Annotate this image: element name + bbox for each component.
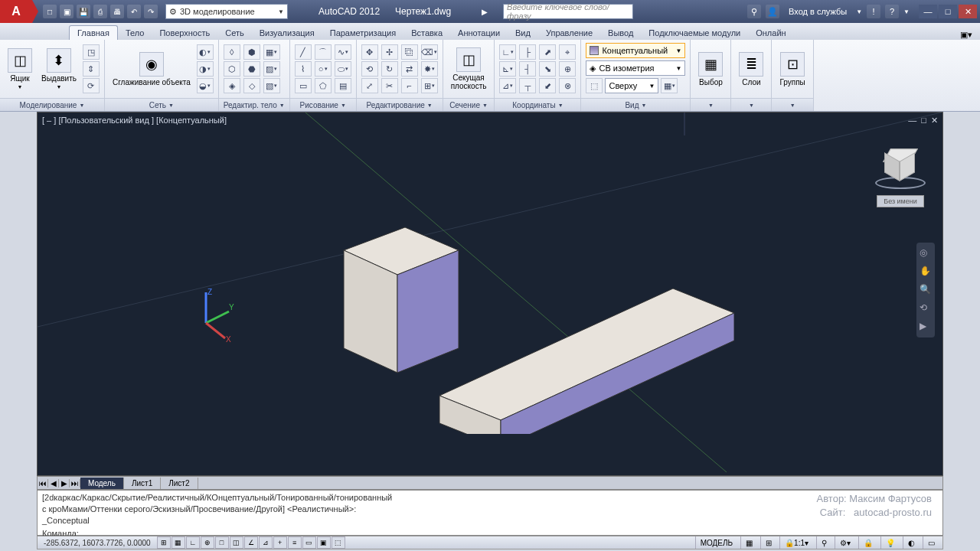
status-ws-icon[interactable]: ⚙▾ <box>835 536 855 549</box>
ribbon-camera-icon[interactable]: ▣▾ <box>960 30 972 40</box>
tab-plugins[interactable]: Подключаемые модули <box>641 26 748 40</box>
extrude-button[interactable]: ⬍ Выдавить ▼ <box>38 47 80 91</box>
status-isolate-icon[interactable]: ◐ <box>903 536 920 549</box>
arc-icon[interactable]: ⌒ <box>315 44 332 60</box>
viewcube[interactable]: Без имени <box>874 148 927 209</box>
viewcube-label[interactable]: Без имени <box>877 195 924 207</box>
panel-title-draw[interactable]: Рисование▼ <box>290 98 356 111</box>
tab-view[interactable]: Вид <box>508 26 538 40</box>
section-plane-button[interactable]: ◫ Секущаяплоскость <box>448 46 490 92</box>
panel-title-modify[interactable]: Редактирование▼ <box>357 98 443 111</box>
tab-home[interactable]: Главная <box>69 25 118 40</box>
tab-solid[interactable]: Тело <box>118 26 152 40</box>
ucs2-icon[interactable]: ⊾ <box>499 61 516 77</box>
spline-icon[interactable]: ∿ <box>335 44 351 60</box>
smooth-button[interactable]: ◉ Сглаживание объекта <box>109 51 194 88</box>
rect-icon[interactable]: ▭ <box>295 78 312 93</box>
panel-title-modeling[interactable]: Моделирование▼ <box>0 98 104 111</box>
ucs10-icon[interactable]: ⌖ <box>559 44 576 60</box>
panel-title-layers[interactable]: ▼ <box>731 98 771 111</box>
array-icon[interactable]: ⊞ <box>421 78 438 93</box>
mesh-refine-icon[interactable]: ◒ <box>197 78 214 93</box>
tab-insert[interactable]: Вставка <box>403 26 450 40</box>
scale3d-icon[interactable]: ⤢ <box>361 78 378 93</box>
ucs1-icon[interactable]: ∟ <box>499 44 516 60</box>
panel-title-groups[interactable]: ▼ <box>772 98 812 111</box>
panel-title-mesh[interactable]: Сеть▼ <box>105 98 218 111</box>
nav-orbit-icon[interactable]: ⟲ <box>920 302 932 315</box>
ucs5-icon[interactable]: ┤ <box>519 61 536 77</box>
ucs7-icon[interactable]: ⬈ <box>539 44 556 60</box>
tab-manage[interactable]: Управление <box>538 26 600 40</box>
ellipse-icon[interactable]: ⬭ <box>335 61 351 77</box>
pline-icon[interactable]: ⌇ <box>295 61 312 77</box>
layout-tab-model[interactable]: Модель <box>80 478 124 489</box>
tab-render[interactable]: Визуализация <box>252 26 322 40</box>
sb-snap-icon[interactable]: ⊞ <box>157 536 171 549</box>
move3d-icon[interactable]: ✥ <box>361 44 378 60</box>
se2-icon[interactable]: ⬡ <box>224 61 240 77</box>
status-space[interactable]: МОДЕЛЬ <box>695 536 737 549</box>
line-icon[interactable]: ╱ <box>295 44 312 60</box>
panel-title-view[interactable]: Вид▼ <box>581 98 690 111</box>
layout-last-icon[interactable]: ⏭ <box>70 479 80 487</box>
status-quickview-icon[interactable]: ⊞ <box>760 536 776 549</box>
sb-grid-icon[interactable]: ▦ <box>172 536 185 549</box>
tab-online[interactable]: Онлайн <box>748 26 793 40</box>
exchange-icon[interactable]: ! <box>867 5 880 18</box>
ucs6-icon[interactable]: ┬ <box>519 78 536 93</box>
rot3d-icon[interactable]: ⟲ <box>361 61 378 77</box>
sb-tpy-icon[interactable]: ▭ <box>302 536 316 549</box>
status-annoscale-icon[interactable]: ⚲ <box>816 536 831 549</box>
se6-icon[interactable]: ◇ <box>243 78 260 93</box>
viewcube-cube-icon[interactable] <box>881 148 920 181</box>
view-iso-dropdown[interactable]: ◈ СВ изометрия ▼ <box>586 60 685 76</box>
sb-dyn-icon[interactable]: + <box>273 536 287 549</box>
status-lock-icon[interactable]: 🔒 <box>858 536 877 549</box>
sb-ducs-icon[interactable]: ⊿ <box>259 536 273 549</box>
help-icon[interactable]: ? <box>885 5 899 18</box>
ucs9-icon[interactable]: ⬋ <box>539 78 556 93</box>
rotate-icon[interactable]: ↻ <box>381 61 398 77</box>
signin-button[interactable]: Вход в службы <box>784 7 851 16</box>
tab-annotate[interactable]: Аннотации <box>450 26 508 40</box>
chevron-down-icon[interactable]: ▼ <box>903 8 910 15</box>
se9-icon[interactable]: ▧ <box>263 78 280 93</box>
se1-icon[interactable]: ◊ <box>224 44 240 60</box>
panel-title-coords[interactable]: Координаты▼ <box>495 98 580 111</box>
poly-icon[interactable]: ⬠ <box>315 78 332 93</box>
maximize-button[interactable]: □ <box>939 5 957 18</box>
se3-icon[interactable]: ◈ <box>224 78 240 93</box>
chevron-down-icon[interactable]: ▼ <box>856 8 862 15</box>
tab-output[interactable]: Вывод <box>600 26 641 40</box>
ucs11-icon[interactable]: ⊕ <box>559 61 576 77</box>
sb-osnap-icon[interactable]: □ <box>215 536 229 549</box>
nav-showmotion-icon[interactable]: ▶ <box>920 321 932 333</box>
qat-undo-icon[interactable]: ↶ <box>127 5 141 18</box>
search-input[interactable]: Введите ключевое слово/фразу <box>503 4 633 19</box>
selection-button[interactable]: ▦Выбор <box>695 51 726 88</box>
minimize-button[interactable]: — <box>919 5 937 18</box>
visual-style-dropdown[interactable]: Концептуальный ▼ <box>586 43 685 58</box>
nav-wheel-icon[interactable]: ◎ <box>920 247 932 259</box>
se4-icon[interactable]: ⬢ <box>243 44 260 60</box>
qat-redo-icon[interactable]: ↷ <box>144 5 158 18</box>
explode-icon[interactable]: ✸ <box>421 61 438 77</box>
sb-qp-icon[interactable]: ▣ <box>317 536 331 549</box>
view-icon[interactable]: ⬚ <box>586 78 603 93</box>
infocenter-icon[interactable]: ⚲ <box>747 5 761 18</box>
box-button[interactable]: ◫ Ящик ▼ <box>5 47 35 91</box>
sb-sc-icon[interactable]: ⬚ <box>332 536 345 549</box>
sb-lwt-icon[interactable]: ≡ <box>288 536 302 549</box>
qat-print-icon[interactable]: 🖶 <box>110 5 124 18</box>
layout-next-icon[interactable]: ▶ <box>59 479 70 487</box>
layout-tab-sheet1[interactable]: Лист1 <box>124 478 161 489</box>
mesh-less-icon[interactable]: ◑ <box>197 61 214 77</box>
hatch-icon[interactable]: ▤ <box>335 78 351 93</box>
se7-icon[interactable]: ▦ <box>263 44 280 60</box>
copy-icon[interactable]: ⿻ <box>401 44 418 60</box>
ucs4-icon[interactable]: ├ <box>519 44 536 60</box>
status-clean-icon[interactable]: ▭ <box>923 536 939 549</box>
qat-saveas-icon[interactable]: ⎙ <box>93 5 107 18</box>
erase-icon[interactable]: ⌫ <box>421 44 438 60</box>
